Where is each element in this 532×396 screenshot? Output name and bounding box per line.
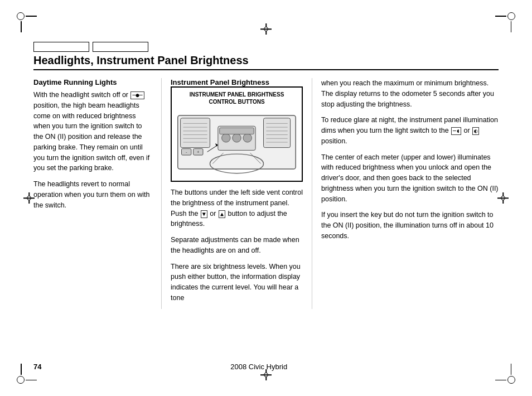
plus-button-symbol: ▲ xyxy=(219,210,225,218)
tab-box-2 xyxy=(93,42,148,52)
top-center-crosshair xyxy=(260,23,272,35)
corner-mark-top-left xyxy=(17,12,27,22)
instrument-panel-drawing: - + xyxy=(175,109,298,176)
instrument-panel-label: INSTRUMENT PANEL BRIGHTNESSCONTROL BUTTO… xyxy=(175,91,298,105)
page-title: Headlights, Instrument Panel Brightness xyxy=(33,54,499,70)
light-switch-symbol-2: ◐ xyxy=(472,127,479,135)
svg-rect-1 xyxy=(181,118,210,148)
minus-button-symbol: ▼ xyxy=(201,210,207,218)
light-switch-symbol-1: ─◖ xyxy=(451,127,461,135)
left-para-1: With the headlight switch off or ─●─ pos… xyxy=(33,90,151,173)
tab-boxes xyxy=(33,42,499,52)
page-container: Headlights, Instrument Panel Brightness … xyxy=(0,0,532,396)
svg-point-15 xyxy=(222,134,230,142)
right-column: when you reach the maximum or minimum br… xyxy=(312,78,499,309)
corner-mark-bottom-right xyxy=(505,374,515,384)
right-para-4: If you insert the key but do not turn th… xyxy=(321,210,499,241)
middle-para-3: There are six brightness levels. When yo… xyxy=(171,262,303,303)
page-footer: 74 2008 Civic Hybrid xyxy=(0,363,532,371)
svg-point-16 xyxy=(233,134,241,142)
svg-text:+: + xyxy=(197,149,200,154)
svg-text:-: - xyxy=(186,149,187,154)
svg-rect-19 xyxy=(264,118,291,148)
middle-para-1: The buttons under the left side vent con… xyxy=(171,187,303,229)
page-number: 74 xyxy=(33,363,41,371)
main-content: Daytime Running Lights With the headligh… xyxy=(33,78,499,309)
svg-rect-18 xyxy=(220,128,254,134)
tab-box-1 xyxy=(33,42,89,52)
right-para-2: To reduce glare at night, the instrument… xyxy=(321,115,499,146)
headlight-symbol-1: ─●─ xyxy=(130,91,144,99)
svg-point-17 xyxy=(243,134,252,142)
right-para-1: when you reach the maximum or minimum br… xyxy=(321,78,499,109)
corner-mark-top-right xyxy=(505,12,515,22)
footer-title: 2008 Civic Hybrid xyxy=(230,363,287,371)
middle-para-2: Separate adjustments can be made when th… xyxy=(171,235,303,256)
instrument-panel-box: INSTRUMENT PANEL BRIGHTNESSCONTROL BUTTO… xyxy=(171,86,303,182)
left-center-crosshair xyxy=(23,192,35,204)
left-column-heading: Daytime Running Lights xyxy=(33,78,151,86)
header-section: Headlights, Instrument Panel Brightness xyxy=(33,42,499,70)
middle-column-heading: Instrument Panel Brightness xyxy=(171,78,303,86)
middle-column: Instrument Panel Brightness INSTRUMENT P… xyxy=(162,78,312,309)
corner-mark-bottom-left xyxy=(17,374,27,384)
left-column: Daytime Running Lights With the headligh… xyxy=(33,78,162,309)
left-para-2: The headlights revert to normal operatio… xyxy=(33,179,151,210)
right-para-3: The center of each meter (upper and lowe… xyxy=(321,152,499,205)
right-center-crosshair xyxy=(497,192,509,204)
bottom-center-crosshair xyxy=(260,369,272,380)
